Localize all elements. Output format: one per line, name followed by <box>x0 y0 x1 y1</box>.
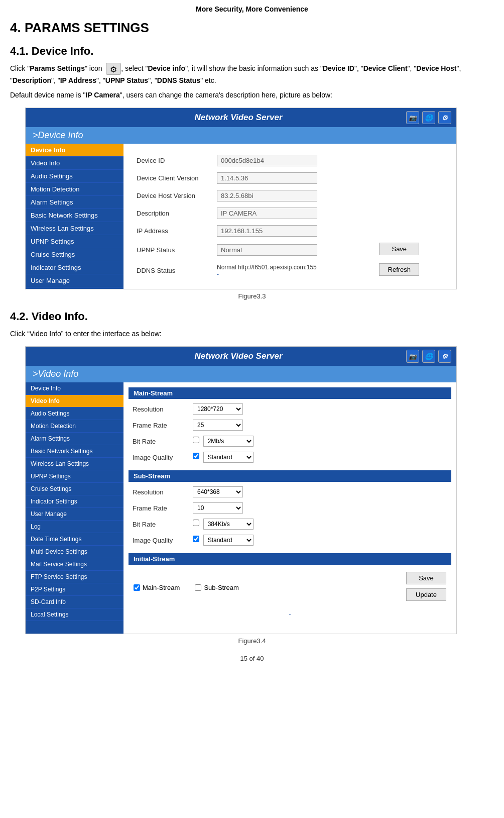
initial-sub-stream-checkbox[interactable] <box>195 584 201 591</box>
v-sidebar-cruise[interactable]: Cruise Settings <box>26 483 123 495</box>
save-button[interactable]: Save <box>379 243 419 255</box>
section4-heading: 4. PARAMS SETTINGS <box>10 20 494 36</box>
table-row: Bit Rate 384Kb/s <box>129 516 451 532</box>
field-label: Device Host Version <box>133 187 213 204</box>
page-container: More Security, More Convenience 4. PARAM… <box>0 0 504 677</box>
sidebar-item-audio-settings[interactable]: Audio Settings <box>26 170 123 183</box>
field-value: 1280*720 <box>189 401 451 417</box>
sub-bitrate-select[interactable]: 384Kb/s <box>203 519 254 530</box>
v-sidebar-datetime[interactable]: Date Time Settings <box>26 533 123 546</box>
nvs2-sidebar: Device Info Video Info Audio Settings Mo… <box>26 382 123 634</box>
v-sidebar-video-info[interactable]: Video Info <box>26 395 123 407</box>
sub-quality-select[interactable]: Standard <box>203 535 254 546</box>
field-label: Device Client Version <box>133 169 213 187</box>
field-label: Bit Rate <box>129 433 189 449</box>
table-row: Resolution 1280*720 <box>129 401 451 417</box>
field-value <box>213 187 375 204</box>
v-sidebar-wireless-lan[interactable]: Wireless Lan Settings <box>26 458 123 470</box>
table-row: Device Host Version <box>133 187 447 204</box>
sub-bitrate-checkbox[interactable] <box>193 520 199 526</box>
save-update-buttons: Save Update <box>401 569 451 606</box>
sub-quality-checkbox[interactable] <box>193 536 199 542</box>
sidebar-item-alarm-settings[interactable]: Alarm Settings <box>26 196 123 209</box>
v-sidebar-upnp[interactable]: UPNP Settings <box>26 470 123 483</box>
refresh-button[interactable]: Refresh <box>379 263 419 276</box>
v-sidebar-user-manage[interactable]: User Manage <box>26 508 123 521</box>
nvs2-icon3[interactable]: ⚙ <box>438 350 451 363</box>
field-label: DDNS Status <box>133 260 213 281</box>
main-stream-table: Resolution 1280*720 Frame Rate 25 <box>129 401 451 465</box>
v-sidebar-basic-network[interactable]: Basic Network Settings <box>26 445 123 458</box>
v-sidebar-device-info[interactable]: Device Info <box>26 382 123 395</box>
client-version-input[interactable] <box>217 172 317 184</box>
table-row: Bit Rate 2Mb/s <box>129 433 451 449</box>
field-value <box>213 240 375 260</box>
video-update-button[interactable]: Update <box>406 588 446 601</box>
main-quality-checkbox[interactable] <box>193 453 199 459</box>
nvs2-icon1[interactable]: 📷 <box>406 350 419 363</box>
field-value <box>213 222 375 240</box>
upnp-status-input[interactable] <box>217 244 317 256</box>
ip-address-input[interactable] <box>217 225 317 237</box>
initial-sub-stream-label: Sub-Stream <box>204 584 238 591</box>
table-row: Frame Rate 25 <box>129 417 451 433</box>
v-sidebar-local-settings[interactable]: Local Settings <box>26 608 123 621</box>
table-row: Frame Rate 10 <box>129 500 451 516</box>
host-version-input[interactable] <box>217 190 317 201</box>
main-framerate-select[interactable]: 25 <box>193 420 243 431</box>
v-sidebar-mail-service[interactable]: Mail Service Settings <box>26 558 123 571</box>
nvs1-icon1[interactable]: 📷 <box>406 111 419 124</box>
v-sidebar-p2p[interactable]: P2P Settings <box>26 583 123 596</box>
sub-resolution-select[interactable]: 640*368 <box>193 486 243 497</box>
field-label: Bit Rate <box>129 516 189 532</box>
v-sidebar-multi-device[interactable]: Multi-Device Settings <box>26 546 123 558</box>
nvs1-main: Device ID Device Client Version Device H… <box>123 144 456 289</box>
sidebar-item-basic-network[interactable]: Basic Network Settings <box>26 209 123 222</box>
sub-framerate-select[interactable]: 10 <box>193 502 243 514</box>
initial-main-stream-checkbox[interactable] <box>134 584 140 591</box>
main-resolution-select[interactable]: 1280*720 <box>193 403 243 415</box>
field-value: 25 <box>189 417 451 433</box>
v-sidebar-audio-settings[interactable]: Audio Settings <box>26 407 123 420</box>
device-id-input[interactable] <box>217 155 317 166</box>
table-row: IP Address <box>133 222 447 240</box>
v-sidebar-log[interactable]: Log <box>26 521 123 533</box>
v-sidebar-motion-detection[interactable]: Motion Detection <box>26 420 123 433</box>
table-row: Description <box>133 204 447 222</box>
device-info-screenshot: Network Video Server 📷 🌐 ⚙ >Device Info … <box>25 108 457 289</box>
field-label: Description <box>133 204 213 222</box>
v-sidebar-ftp-service[interactable]: FTP Service Settings <box>26 571 123 583</box>
v-sidebar-sdcard[interactable]: SD-Card Info <box>26 596 123 608</box>
sidebar-item-wireless-lan[interactable]: Wireless Lan Settings <box>26 222 123 235</box>
sidebar-item-video-info[interactable]: Video Info <box>26 157 123 170</box>
sidebar-item-user-manage[interactable]: User Manage <box>26 274 123 287</box>
field-label: Image Quality <box>129 532 189 548</box>
initial-stream-header: Initial-Stream <box>129 553 451 565</box>
nvs1-icon3[interactable]: ⚙ <box>438 111 451 124</box>
initial-main-stream-label: Main-Stream <box>143 584 180 591</box>
table-row: Resolution 640*368 <box>129 484 451 500</box>
sidebar-item-motion-detection[interactable]: Motion Detection <box>26 183 123 196</box>
description-input[interactable] <box>217 208 317 219</box>
sidebar-item-cruise[interactable]: Cruise Settings <box>26 248 123 261</box>
field-label: Resolution <box>129 401 189 417</box>
nvs2-content: Device Info Video Info Audio Settings Mo… <box>26 382 456 634</box>
sidebar-item-upnp[interactable]: UPNP Settings <box>26 235 123 248</box>
table-row: Image Quality Standard <box>129 449 451 465</box>
main-bitrate-select[interactable]: 2Mb/s <box>203 436 254 447</box>
nvs2-header-title: Network Video Server <box>71 351 406 361</box>
nvs2-icon2[interactable]: 🌐 <box>422 350 435 363</box>
video-save-button[interactable]: Save <box>406 572 446 584</box>
field-label: Device ID <box>133 152 213 169</box>
v-sidebar-indicator[interactable]: Indicator Settings <box>26 495 123 508</box>
sidebar-item-indicator[interactable]: Indicator Settings <box>26 261 123 274</box>
device-info-table: Device ID Device Client Version Device H… <box>133 152 447 281</box>
sidebar-item-device-info[interactable]: Device Info <box>26 144 123 157</box>
field-value: Standard <box>189 449 451 465</box>
table-row: Device Client Version <box>133 169 447 187</box>
nvs1-icon2[interactable]: 🌐 <box>422 111 435 124</box>
v-sidebar-alarm-settings[interactable]: Alarm Settings <box>26 433 123 445</box>
main-stream-option: Main-Stream <box>134 584 180 591</box>
main-bitrate-checkbox[interactable] <box>193 437 199 443</box>
main-quality-select[interactable]: Standard <box>203 452 254 463</box>
